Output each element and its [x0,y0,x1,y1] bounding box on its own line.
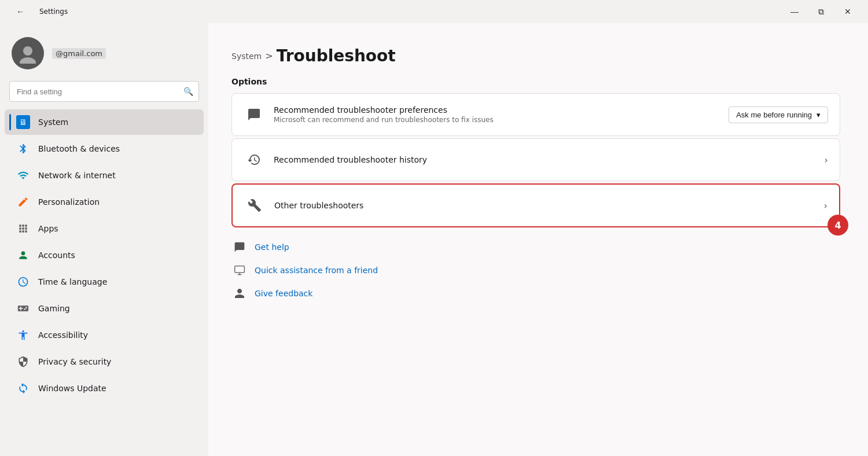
sidebar-item-label: Network & internet [38,171,116,180]
recommended-history-text: Recommended troubleshooter history [274,155,815,164]
titlebar-title: Settings [39,8,68,16]
section-label: Options [231,77,840,86]
chevron-right-icon: › [825,155,828,166]
recommended-prefs-card: Recommended troubleshooter preferences M… [231,93,840,136]
gaming-icon [16,301,30,315]
other-troubleshooters-text: Other troubleshooters [274,201,815,210]
feedback-link-row[interactable]: Give feedback [231,285,840,301]
other-troubleshooters-row[interactable]: Other troubleshooters › [233,185,839,226]
feedback-icon [231,285,248,301]
sidebar-item-time[interactable]: Time & language [5,269,204,295]
sidebar-item-windows-update[interactable]: Windows Update [5,376,204,401]
personalization-icon [16,195,30,209]
recommended-history-row[interactable]: Recommended troubleshooter history › [232,139,840,181]
sidebar-item-gaming[interactable]: Gaming [5,296,204,321]
profile-section: @gmail.com [0,23,208,81]
app-body: @gmail.com 🔍 🖥 System Bluetooth & device… [0,23,868,456]
breadcrumb-separator: > [265,50,273,61]
apps-icon [16,222,30,236]
get-help-link-row[interactable]: Get help [231,239,840,255]
svg-point-2 [21,251,25,255]
recommended-prefs-subtitle: Microsoft can recommend and run troubles… [274,116,719,124]
quick-assist-link[interactable]: Quick assistance from a friend [255,266,378,275]
close-button[interactable]: ✕ [834,2,861,21]
svg-rect-3 [235,266,245,273]
recommended-history-title: Recommended troubleshooter history [274,155,815,164]
sidebar-item-label: Accessibility [38,330,88,340]
ask-before-running-dropdown[interactable]: Ask me before running ▾ [729,106,828,123]
update-icon [16,381,30,395]
sidebar-item-label: Personalization [38,197,100,207]
accounts-icon [16,248,30,262]
recommended-prefs-row[interactable]: Recommended troubleshooter preferences M… [232,94,840,135]
other-troubleshooters-action: › [824,200,827,211]
feedback-link[interactable]: Give feedback [255,289,312,298]
recommended-history-card: Recommended troubleshooter history › [231,138,840,181]
svg-point-0 [23,46,32,56]
recommended-prefs-action: Ask me before running ▾ [729,106,828,123]
sidebar-item-accounts[interactable]: Accounts [5,242,204,268]
bluetooth-icon [16,142,30,156]
sidebar-item-network[interactable]: Network & internet [5,163,204,188]
badge-number: 4 [834,220,841,231]
chat-icon [244,104,264,125]
avatar[interactable] [12,37,44,69]
back-button[interactable]: ← [7,2,34,21]
get-help-icon [231,239,248,255]
quick-assist-icon [231,262,248,278]
sidebar-item-label: Accounts [38,251,75,260]
history-icon [244,149,264,170]
titlebar-controls: — ⧉ ✕ [781,2,861,21]
close-icon: ✕ [844,7,851,16]
sidebar-item-accessibility[interactable]: Accessibility [5,322,204,348]
network-icon [16,168,30,182]
quick-assist-link-row[interactable]: Quick assistance from a friend [231,262,840,278]
restore-icon: ⧉ [818,7,824,17]
links-section: Get help Quick assistance from a friend … [231,239,840,301]
other-troubleshooters-card: Other troubleshooters › [231,183,840,227]
sidebar-item-label: Bluetooth & devices [38,144,120,153]
privacy-icon [16,355,30,369]
minimize-button[interactable]: — [781,2,808,21]
get-help-link[interactable]: Get help [255,242,289,252]
content-area: System > Troubleshoot Options Recommende… [208,23,868,456]
search-icon: 🔍 [183,87,193,96]
search-box: 🔍 [9,81,199,102]
back-icon: ← [16,7,24,16]
sidebar-item-label: Time & language [38,277,107,286]
sidebar-item-personalization[interactable]: Personalization [5,189,204,215]
accessibility-icon [16,328,30,342]
recommended-history-action: › [825,155,828,166]
titlebar-left: ← Settings [7,2,68,21]
page-title: Troubleshoot [277,46,396,65]
sidebar-item-label: Apps [38,224,58,233]
svg-point-1 [20,57,36,64]
sidebar-item-privacy[interactable]: Privacy & security [5,349,204,374]
sidebar-item-apps[interactable]: Apps [5,216,204,241]
sidebar-item-label: System [38,117,68,127]
wrench-icon [244,195,265,216]
breadcrumb: System > Troubleshoot [231,46,840,65]
minimize-icon: — [790,7,799,16]
chevron-down-icon: ▾ [816,111,821,119]
restore-button[interactable]: ⧉ [808,2,834,21]
breadcrumb-parent: System [231,52,262,61]
sidebar: @gmail.com 🔍 🖥 System Bluetooth & device… [0,23,208,456]
sidebar-item-bluetooth[interactable]: Bluetooth & devices [5,136,204,161]
other-troubleshooters-title: Other troubleshooters [274,201,815,210]
search-input[interactable] [9,81,199,102]
system-icon: 🖥 [16,115,30,129]
time-icon [16,275,30,289]
sidebar-item-label: Gaming [38,304,70,313]
sidebar-item-label: Privacy & security [38,357,111,366]
step-badge: 4 [827,215,848,236]
profile-email: @gmail.com [52,48,106,59]
chevron-right-icon: › [824,200,827,211]
titlebar: ← Settings — ⧉ ✕ [0,0,868,23]
sidebar-item-label: Windows Update [38,384,106,393]
recommended-prefs-text: Recommended troubleshooter preferences M… [274,105,719,124]
recommended-prefs-title: Recommended troubleshooter preferences [274,105,719,115]
dropdown-label: Ask me before running [736,111,812,119]
sidebar-item-system[interactable]: 🖥 System [5,109,204,135]
